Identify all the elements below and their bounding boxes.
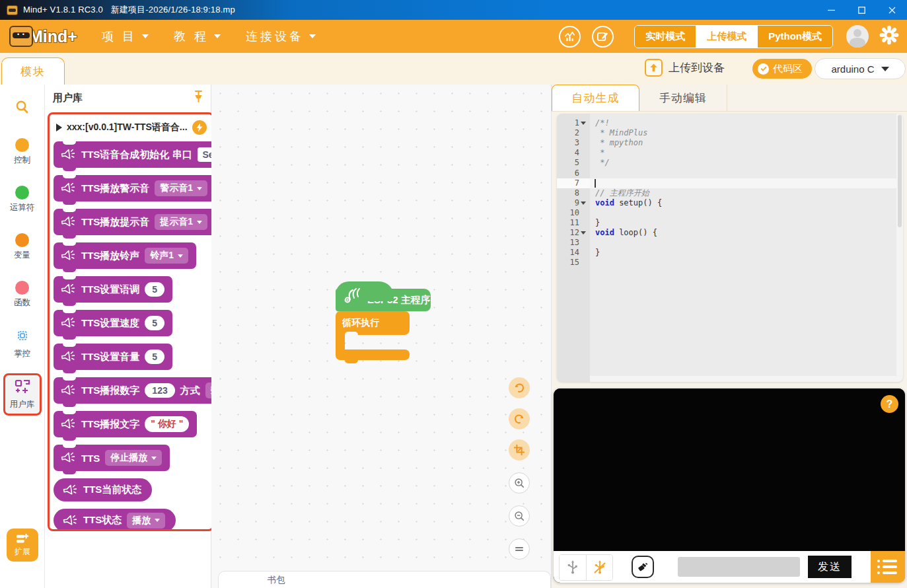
code-line[interactable]: 1/*! [557,118,903,128]
refresh-library-icon[interactable] [192,120,207,135]
block-dropdown[interactable]: 警示音1 [155,180,207,196]
block-number-input[interactable]: 5 [145,349,164,364]
fold-icon[interactable] [579,231,587,235]
code-line[interactable]: 7 [557,178,903,188]
code-editor[interactable]: 1/*!2 * MindPlus3 * mpython4 *5 */678// … [557,114,903,382]
backpack-bar[interactable]: 书包 [218,571,551,588]
sidebar-item-userlib[interactable]: 用户库 [3,373,42,416]
console-output-area[interactable] [554,388,905,551]
tutorial-menu[interactable]: 教 程 [174,28,221,44]
minimize-button[interactable] [816,0,846,20]
block-dropdown[interactable]: 播放 [127,513,165,529]
sidebar-item-variables[interactable]: 变量 [3,227,42,266]
editor-horizontal-scrollbar[interactable] [590,376,896,382]
clear-console-button[interactable] [632,556,654,578]
editor-vertical-scrollbar[interactable] [896,114,903,382]
user-avatar[interactable] [846,25,869,48]
esp32-main-hat-block[interactable]: ESP32 主程序 [336,289,431,311]
forever-loop-block-spine[interactable] [336,335,345,349]
project-menu[interactable]: 项 目 [102,28,149,44]
code-line[interactable]: 5 */ [557,158,903,168]
code-line[interactable]: 10 [557,208,903,218]
zoom-out-button[interactable] [509,505,530,527]
code-text [590,208,903,218]
extension-button[interactable]: 扩展 [7,529,38,562]
mode-realtime-button[interactable]: 实时模式 [635,26,696,48]
block-string-input[interactable]: " 你好 " [145,416,189,432]
library-block[interactable]: TTS播报数字123方式数 [54,377,214,404]
sidebar-item-control[interactable]: 控制 [3,132,42,171]
fold-icon[interactable] [579,202,587,205]
block-dropdown[interactable]: 停止播放 [105,450,162,466]
block-workspace[interactable]: ESP32 主程序 循环执行 [211,85,552,588]
dropdown-value: 播放 [132,515,151,527]
tab-auto-generate[interactable]: 自动生成 [552,85,639,111]
library-block[interactable]: TTS当前状态 [54,478,152,501]
undo-button[interactable] [509,377,530,398]
code-line[interactable]: 4 * [557,148,903,158]
code-area-toggle[interactable]: 代码区 [752,59,812,79]
connect-device-menu[interactable]: 连接设备 [246,28,316,44]
library-block[interactable]: TTS语音合成初始化 串口Se [54,141,214,168]
library-block[interactable]: TTS播放警示音警示音1 [54,175,214,202]
block-number-input[interactable]: 5 [145,282,164,297]
redo-button[interactable] [509,408,530,429]
library-block[interactable]: TTS设置音量5 [54,344,172,370]
code-line[interactable]: 2 * MindPlus [557,128,903,138]
code-line[interactable]: 13 [557,238,903,248]
sidebar-item-operators[interactable]: 运算符 [3,180,42,219]
help-button[interactable]: ? [881,395,898,413]
library-block[interactable]: TTS设置语调5 [54,276,172,303]
forever-loop-block[interactable]: 循环执行 [336,311,410,335]
sidebar-item-handpy[interactable]: 掌控 [3,322,42,365]
edit-panel-icon[interactable] [592,26,614,48]
console-menu-button[interactable] [871,551,905,583]
code-line[interactable]: 15 [557,258,903,268]
block-dropdown[interactable]: 铃声1 [145,248,188,264]
library-block[interactable]: TTS播放铃声铃声1 [54,242,196,269]
settings-gear-icon[interactable] [879,25,899,48]
block-number-input[interactable]: 123 [145,383,174,398]
close-button[interactable] [877,0,907,20]
chevron-down-icon [309,34,316,38]
tab-manual-edit[interactable]: 手动编辑 [639,85,727,111]
block-number-input[interactable]: 5 [145,316,164,330]
code-line[interactable]: 14} [557,248,903,258]
maximize-button[interactable] [846,0,877,20]
category-sidebar: 控制运算符变量函数掌控用户库 扩展 [0,85,45,588]
library-block[interactable]: TTS停止播放 [54,445,170,471]
sidebar-item-functions[interactable]: 函数 [3,275,42,314]
mode-upload-button[interactable]: 上传模式 [696,26,758,48]
code-line[interactable]: 8// 主程序开始 [557,188,903,198]
block-label: TTS播放提示音 [81,216,149,229]
usb-connect-button[interactable] [560,555,586,580]
search-icon[interactable] [0,99,44,115]
code-line[interactable]: 9void setup() { [557,198,903,208]
zoom-reset-button[interactable] [509,538,530,560]
code-panel: 自动生成 手动编辑 1/*!2 * MindPlus3 * mpython4 *… [552,85,907,588]
upload-to-device-button[interactable]: 上传到设备 [645,59,725,77]
code-line[interactable]: 12void loop() { [557,228,903,238]
mode-python-button[interactable]: Python模式 [758,26,832,48]
library-block[interactable]: TTS播放提示音提示音1 [54,209,214,235]
language-select[interactable]: arduino C [815,58,906,79]
send-button[interactable]: 发送 [808,556,852,578]
line-number: 2 [557,128,590,138]
code-line[interactable]: 11} [557,218,903,228]
zoom-in-button[interactable] [509,472,530,494]
block-dropdown[interactable]: 提示音1 [155,214,207,230]
visualization-panel-icon[interactable] [559,26,581,48]
library-block[interactable]: TTS播报文字" 你好 " [54,411,197,437]
fold-icon[interactable] [579,122,587,125]
usb-disconnect-button[interactable] [586,555,612,580]
library-block[interactable]: TTS设置速度5 [54,310,172,336]
library-category-header[interactable]: xxx:[v0.0.1]TW-TTS语音合... [50,114,212,139]
module-tab[interactable]: 模块 [1,57,65,85]
forever-loop-block-bottom[interactable] [336,349,410,360]
serial-input[interactable] [678,557,800,577]
library-block[interactable]: TTS状态播放 [54,509,176,531]
screenshot-button[interactable] [509,439,530,460]
pin-icon[interactable] [193,90,204,106]
code-line[interactable]: 3 * mpython [557,138,903,148]
code-line[interactable]: 6 [557,168,903,178]
